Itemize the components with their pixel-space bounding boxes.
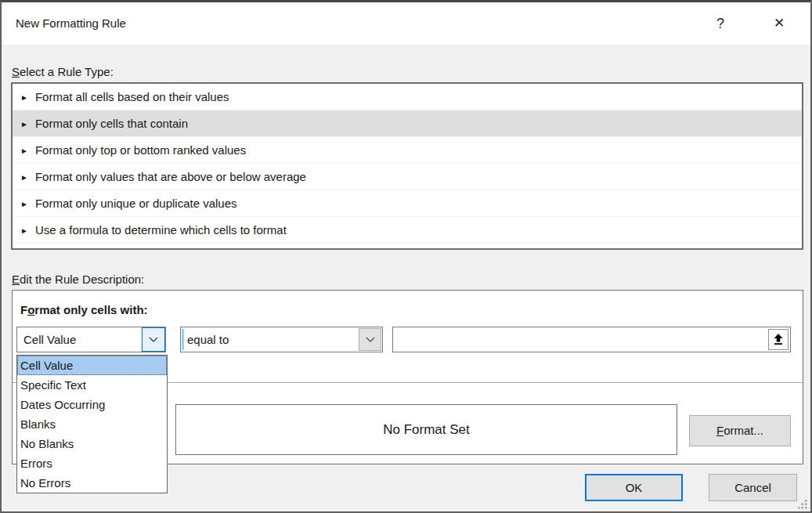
dropdown-option[interactable]: No Blanks	[17, 434, 167, 453]
cell-value-combo-dropdown-button[interactable]	[142, 327, 165, 352]
rule-type-label: Format only top or bottom ranked values	[35, 143, 246, 157]
rule-type-item[interactable]: ►Use a formula to determine which cells …	[13, 217, 802, 244]
arrow-bullet-icon: ►	[20, 226, 28, 235]
help-button[interactable]: ?	[705, 2, 736, 45]
rule-value-input[interactable]	[394, 328, 768, 351]
rule-type-label: Format only cells that contain	[35, 117, 188, 130]
close-button[interactable]: ✕	[763, 2, 795, 45]
cell-value-combo[interactable]: Cell Value	[16, 327, 166, 352]
format-preview-text: No Format Set	[383, 422, 470, 437]
rule-value-field	[392, 327, 791, 352]
title-bar: New Formatting Rule ? ✕	[2, 2, 810, 45]
rule-type-item[interactable]: ►Format only values that are above or be…	[13, 164, 802, 190]
arrow-bullet-icon: ►	[20, 146, 28, 155]
rule-type-item-selected[interactable]: ►Format only cells that contain	[13, 110, 802, 137]
rule-type-label: Format only unique or duplicate values	[35, 197, 237, 210]
dropdown-option[interactable]: Specific Text	[17, 375, 167, 395]
text-caret	[182, 329, 184, 350]
collapse-dialog-button[interactable]	[768, 329, 789, 350]
chevron-down-icon	[149, 337, 158, 343]
format-only-cells-with-label: Format only cells with:	[20, 303, 148, 316]
format-preview: No Format Set	[175, 404, 677, 455]
help-icon: ?	[716, 16, 724, 31]
rule-type-label: Format only values that are above or bel…	[35, 170, 306, 183]
new-formatting-rule-dialog: New Formatting Rule ? ✕ Select a Rule Ty…	[0, 0, 812, 513]
operator-combo-value: equal to	[187, 327, 229, 352]
dialog-title: New Formatting Rule	[16, 2, 126, 45]
rule-type-label: Use a formula to determine which cells t…	[35, 223, 287, 237]
dropdown-option[interactable]: No Errors	[17, 473, 167, 493]
arrow-bullet-icon: ►	[20, 93, 28, 102]
arrow-bullet-icon: ►	[20, 120, 28, 128]
rule-type-label: Format all cells based on their values	[35, 90, 229, 103]
rule-type-item[interactable]: ►Format only top or bottom ranked values	[13, 137, 802, 164]
dropdown-option[interactable]: Dates Occurring	[17, 395, 167, 414]
edit-rule-description-label: Edit the Rule Description:	[12, 273, 144, 286]
rule-type-item[interactable]: ►Format only unique or duplicate values	[13, 190, 802, 217]
collapse-dialog-icon	[773, 334, 784, 345]
resize-grip[interactable]	[797, 499, 808, 510]
arrow-bullet-icon: ►	[20, 173, 28, 182]
operator-combo[interactable]: equal to	[180, 327, 383, 352]
arrow-bullet-icon: ►	[20, 200, 28, 208]
rule-type-item[interactable]: ►Format all cells based on their values	[13, 84, 802, 110]
ok-button[interactable]: OK	[585, 474, 683, 501]
dropdown-option[interactable]: Blanks	[17, 414, 167, 434]
format-button[interactable]: Format...	[689, 415, 791, 446]
chevron-down-icon	[366, 337, 375, 343]
rule-type-list[interactable]: ►Format all cells based on their values …	[11, 82, 803, 250]
select-rule-type-label: Select a Rule Type:	[12, 65, 114, 78]
operator-combo-dropdown-button[interactable]	[359, 328, 381, 351]
dropdown-option-selected[interactable]: Cell Value	[17, 356, 167, 375]
cell-value-dropdown-list: Cell Value Specific Text Dates Occurring…	[16, 355, 168, 493]
dropdown-option[interactable]: Errors	[17, 453, 167, 473]
cancel-button[interactable]: Cancel	[709, 474, 797, 501]
cell-value-combo-value: Cell Value	[23, 327, 76, 352]
close-icon: ✕	[774, 16, 785, 31]
